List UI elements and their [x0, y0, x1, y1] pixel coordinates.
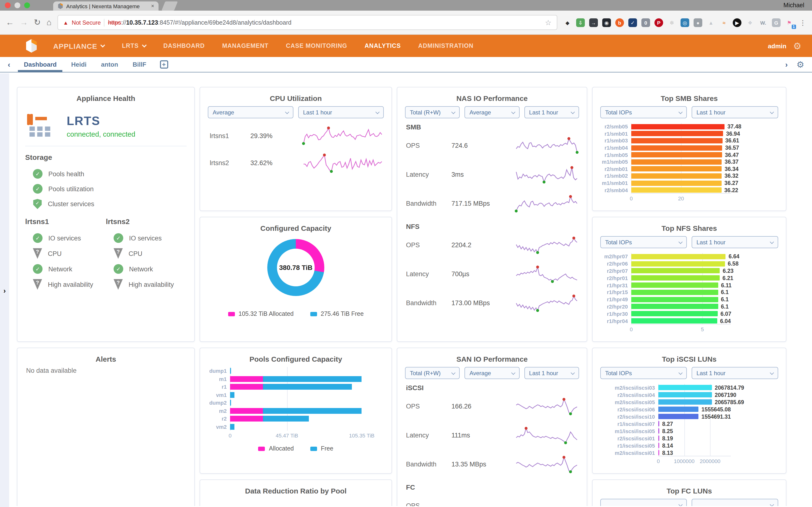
filter-select[interactable]: Last 1 hour: [524, 106, 579, 118]
bar-row: r1/hpr316.11: [600, 282, 731, 289]
cpu-rows: lrtsns129.39%lrtsns232.62%: [208, 123, 384, 175]
axis-tick-label: 20: [678, 195, 684, 201]
bar-label: r1/smb01: [600, 131, 631, 137]
donut-total-label: 380.78 TiB: [267, 239, 324, 296]
filter-select[interactable]: Total (R+W): [405, 106, 460, 118]
minimize-window-button[interactable]: [14, 2, 20, 8]
panel-alerts: Alerts No data available: [17, 348, 195, 506]
owl-extension-icon[interactable]: ◉: [602, 18, 611, 27]
g-extension-icon[interactable]: G: [772, 18, 780, 27]
free-bar: [263, 376, 362, 382]
sidebar-expand-button[interactable]: ›: [0, 73, 9, 507]
collapse-extension-icon[interactable]: ◆: [563, 18, 572, 27]
browser-tab[interactable]: Analytics | Nexenta Manageme ×: [53, 1, 158, 11]
pool-label: vm1: [208, 392, 230, 398]
bar: [658, 421, 659, 427]
new-tab-button[interactable]: [161, 1, 177, 11]
wordmark-extension-icon[interactable]: W.: [759, 18, 767, 27]
flower-extension-icon[interactable]: ✽: [667, 18, 676, 27]
dashboard-tab-heidi[interactable]: Heidi: [70, 57, 88, 72]
nav-user-admin[interactable]: admin: [768, 42, 786, 50]
health-check-row: ✓Network: [33, 264, 106, 274]
nav-item-analytics[interactable]: ANALYTICS: [365, 43, 401, 49]
bar: [658, 385, 712, 390]
dropbox-extension-icon[interactable]: ❖: [746, 18, 755, 27]
nav-item-case-monitoring[interactable]: CASE MONITORING: [286, 43, 347, 49]
filter-select[interactable]: Total (R+W): [405, 367, 460, 379]
play-extension-icon[interactable]: ▶: [733, 18, 742, 27]
nav-item-management[interactable]: MANAGEMENT: [222, 43, 268, 49]
question-triangle-icon: ?: [33, 279, 42, 290]
filter-select[interactable]: Average: [465, 106, 520, 118]
reload-icon[interactable]: ↻: [34, 17, 41, 27]
bar-value: 6.23: [723, 268, 734, 274]
bar-label: r2/iscsi/iscsi06: [600, 406, 658, 412]
metric-label: lrtsns1: [208, 132, 250, 139]
nav-item-administration[interactable]: ADMINISTRATION: [418, 43, 473, 49]
extensions-row: ◆⇩→◉b✓0P✽◎●▲≈▶❖W.G⚑1: [563, 18, 794, 27]
health-check-label: CPU: [129, 250, 142, 257]
check-extension-icon[interactable]: ✓: [628, 18, 637, 27]
metric-label: OPS: [405, 502, 451, 506]
chevron-left-icon[interactable]: ‹: [8, 60, 10, 69]
bitly-extension-icon[interactable]: b: [615, 18, 624, 27]
forward-icon[interactable]: →: [20, 18, 28, 27]
boomerang-extension-icon[interactable]: ≈: [720, 18, 728, 27]
nav-item-lrts[interactable]: LRTS: [122, 43, 146, 49]
chevron-right-icon[interactable]: ›: [785, 60, 788, 69]
close-window-button[interactable]: [5, 2, 11, 8]
back-icon[interactable]: ←: [6, 18, 14, 27]
home-icon[interactable]: ⌂: [47, 18, 52, 27]
filter-select[interactable]: Total IOPs: [600, 236, 687, 248]
health-check-label: CPU: [48, 250, 62, 257]
filter-select[interactable]: Last 1 hour: [692, 367, 778, 379]
filter-select[interactable]: Average: [465, 367, 520, 379]
party-extension-icon[interactable]: ⚑1: [785, 18, 794, 27]
browser-menu-icon[interactable]: ⋮: [800, 18, 806, 26]
bar: [658, 428, 659, 434]
filter-select[interactable]: [600, 499, 687, 506]
filter-select[interactable]: Last 1 hour: [524, 367, 579, 379]
filter-select[interactable]: Last 1 hour: [692, 236, 778, 248]
chevron-down-icon: [511, 371, 515, 375]
filter-select[interactable]: Last 1 hour: [298, 106, 384, 118]
free-bar: [230, 392, 235, 398]
dashboard-tab-anton[interactable]: anton: [100, 57, 119, 72]
filter-select[interactable]: [692, 499, 778, 506]
panel-data-reduction-ratio: Data Reduction Ratio by Pool: [200, 480, 392, 506]
max-dot: [569, 195, 572, 198]
download-extension-icon[interactable]: ⇩: [576, 18, 585, 27]
filters-row: [600, 499, 778, 506]
nav-item-appliance[interactable]: APPLIANCE: [53, 42, 104, 50]
sparkline-chart: [514, 293, 579, 313]
pinterest-extension-icon[interactable]: P: [654, 18, 663, 27]
badge-extension-icon[interactable]: 0: [642, 18, 650, 27]
drive-extension-icon[interactable]: ▲: [707, 18, 715, 27]
compass-extension-icon[interactable]: ◎: [680, 18, 689, 27]
phone-extension-icon[interactable]: →: [589, 18, 598, 27]
filter-select[interactable]: Last 1 hour: [692, 106, 778, 118]
bar-value: 36.22: [724, 187, 738, 193]
nav-item-dashboard[interactable]: DASHBOARD: [163, 43, 205, 49]
url-text[interactable]: https://10.35.7.123:8457/#!/appliance/69…: [108, 19, 542, 26]
dashboard-settings-gear-icon[interactable]: ⚙: [797, 59, 804, 70]
filter-select[interactable]: Average: [208, 106, 293, 118]
filter-select[interactable]: Total IOPs: [600, 106, 687, 118]
min-dot: [551, 280, 554, 283]
health-check-row: ✓Cluster services: [33, 199, 187, 209]
cluster-name[interactable]: LRTS: [67, 114, 135, 128]
not-secure-label[interactable]: Not Secure: [72, 19, 101, 26]
dashboard-tab-billf[interactable]: BillF: [132, 57, 147, 72]
lens-extension-icon[interactable]: ●: [694, 18, 702, 27]
filter-select[interactable]: Total IOPs: [600, 367, 687, 379]
bookmark-star-icon[interactable]: ☆: [545, 18, 552, 27]
bar-value: 1555645.08: [702, 406, 731, 412]
tab-close-icon[interactable]: ×: [151, 3, 154, 9]
health-check-row: ✓Pools utilization: [33, 184, 187, 193]
settings-gear-icon[interactable]: ⚙: [793, 40, 801, 51]
add-dashboard-tab-button[interactable]: +: [160, 60, 168, 68]
zoom-window-button[interactable]: [24, 2, 30, 8]
bar-row: r1/hpr496.1: [600, 296, 731, 303]
dashboard-tab-dashboard[interactable]: Dashboard: [23, 57, 58, 72]
url-bar[interactable]: ▲ Not Secure https://10.35.7.123:8457/#!…: [57, 15, 557, 30]
